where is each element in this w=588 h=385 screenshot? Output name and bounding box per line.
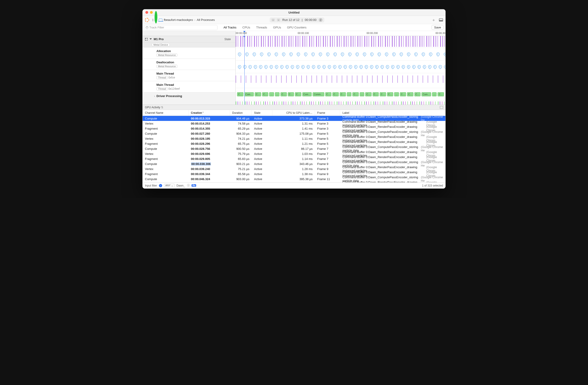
clear-filter-icon[interactable]: ⓧ	[187, 184, 190, 188]
command-block[interactable]: Com…	[244, 92, 254, 96]
minimize-icon[interactable]	[150, 11, 153, 14]
event-marker-icon[interactable]: T	[301, 64, 305, 69]
command-block[interactable]: …	[347, 92, 351, 96]
disclosure-icon[interactable]	[149, 38, 152, 41]
event-marker-icon[interactable]: T	[333, 52, 337, 57]
event-marker-icon[interactable]: T	[289, 52, 293, 57]
close-icon[interactable]	[145, 11, 148, 14]
command-block[interactable]: C…	[407, 92, 413, 96]
event-marker-icon[interactable]: T	[417, 64, 421, 69]
run-prev-button[interactable]: ‹	[272, 19, 275, 21]
event-marker-icon[interactable]: T	[362, 52, 367, 57]
event-marker-icon[interactable]: T	[274, 52, 279, 57]
command-block[interactable]: C…	[280, 92, 287, 96]
event-marker-icon[interactable]: T	[311, 52, 315, 57]
track-row[interactable]: Main ThreadThread 0x124eef	[143, 81, 235, 93]
track-filter-input[interactable]: Track Filter	[144, 25, 217, 30]
event-marker-icon[interactable]: T	[443, 52, 445, 57]
timeline-body[interactable]: TTTTTTTTTTTTTTTTTTTTTTTTTTTTTTTTTT TTTTT…	[236, 36, 445, 105]
event-marker-icon[interactable]: T	[243, 64, 247, 69]
track-row[interactable]: Main ThreadThread 0xfce	[143, 70, 235, 81]
event-marker-icon[interactable]: T	[399, 52, 403, 57]
event-marker-icon[interactable]: T	[384, 52, 389, 57]
tab-gpus[interactable]: GPUs	[273, 26, 281, 29]
track-row[interactable]: AllocationMetal Resource	[143, 47, 235, 59]
column-config-icon[interactable]	[440, 106, 443, 109]
event-marker-icon[interactable]: T	[306, 64, 311, 69]
command-block[interactable]: …	[394, 92, 399, 96]
command-block[interactable]: Com…	[421, 92, 431, 96]
col-channel[interactable]: Channel Name	[143, 110, 189, 116]
case-sensitive-toggle[interactable]: Aa	[191, 184, 196, 187]
col-label[interactable]: Label	[340, 110, 445, 116]
filter-scope-chip[interactable]: ANY ⌄	[164, 184, 175, 187]
event-marker-icon[interactable]: T	[438, 64, 443, 69]
command-block[interactable]: Com…	[302, 92, 312, 96]
event-marker-icon[interactable]: T	[245, 52, 249, 57]
event-marker-icon[interactable]: T	[327, 64, 332, 69]
event-marker-icon[interactable]: T	[303, 52, 308, 57]
event-marker-icon[interactable]: T	[348, 52, 352, 57]
event-marker-icon[interactable]: T	[340, 52, 345, 57]
tab-gpu-counters[interactable]: GPU Counters	[287, 26, 307, 29]
command-block[interactable]: C…	[288, 92, 294, 96]
command-block[interactable]: C…	[380, 92, 386, 96]
event-marker-icon[interactable]: T	[421, 52, 426, 57]
add-button[interactable]	[432, 17, 436, 23]
col-frame[interactable]: Frame	[315, 110, 340, 116]
event-marker-icon[interactable]: T	[364, 64, 369, 69]
command-block[interactable]: C…	[365, 92, 372, 96]
command-block[interactable]: C…	[438, 92, 444, 96]
command-block[interactable]: Comm…	[313, 92, 324, 96]
event-marker-icon[interactable]: T	[269, 64, 273, 69]
command-block[interactable]: …	[432, 92, 437, 96]
event-marker-icon[interactable]: T	[369, 64, 374, 69]
event-marker-icon[interactable]: T	[332, 64, 337, 69]
event-marker-icon[interactable]: T	[296, 52, 301, 57]
event-marker-icon[interactable]: T	[338, 64, 342, 69]
event-marker-icon[interactable]: T	[414, 52, 418, 57]
event-marker-icon[interactable]: T	[253, 64, 258, 69]
event-marker-icon[interactable]: T	[436, 52, 440, 57]
event-marker-icon[interactable]: T	[264, 64, 268, 69]
detail-dropdown[interactable]: GPU Activity	[145, 106, 163, 109]
command-block[interactable]: C…	[295, 92, 301, 96]
filter-mode-icon[interactable]: ⌕	[159, 184, 162, 187]
event-marker-icon[interactable]: T	[428, 52, 433, 57]
event-marker-icon[interactable]: T	[343, 64, 348, 69]
event-marker-icon[interactable]: T	[396, 64, 400, 69]
time-ruler[interactable]: 00:00.00000:00.10000:00.20000:00.300	[143, 31, 445, 36]
event-marker-icon[interactable]: T	[325, 52, 330, 57]
col-state[interactable]: State	[252, 110, 273, 116]
command-block[interactable]: C…	[400, 92, 406, 96]
event-marker-icon[interactable]: T	[258, 64, 263, 69]
event-marker-icon[interactable]: T	[237, 64, 242, 69]
table-row[interactable]: Vertex00:00.047.27875.50 µsActive1.33 ms…	[143, 181, 445, 182]
event-marker-icon[interactable]: T	[406, 64, 411, 69]
command-block[interactable]: C…	[373, 92, 379, 96]
filter-text[interactable]: Dawn_	[176, 184, 185, 187]
event-marker-icon[interactable]: T	[295, 64, 300, 69]
event-marker-icon[interactable]: T	[318, 52, 323, 57]
command-block[interactable]: C…	[262, 92, 269, 96]
col-creation[interactable]: Creation	[189, 110, 230, 116]
event-marker-icon[interactable]: T	[252, 52, 256, 57]
table-body[interactable]: Compute00:00.013.315904.46 µsActive373.3…	[143, 116, 445, 182]
event-marker-icon[interactable]: T	[322, 64, 326, 69]
event-marker-icon[interactable]: T	[433, 64, 437, 69]
command-block[interactable]: C…	[352, 92, 359, 96]
event-marker-icon[interactable]: T	[412, 64, 416, 69]
event-marker-icon[interactable]: T	[390, 64, 395, 69]
event-marker-icon[interactable]: T	[279, 64, 284, 69]
tab-all-tracks[interactable]: All Tracks	[224, 26, 236, 29]
command-block[interactable]: C…	[325, 92, 332, 96]
event-marker-icon[interactable]: T	[311, 64, 316, 69]
command-block[interactable]: C…	[414, 92, 421, 96]
command-block[interactable]: …	[360, 92, 364, 96]
event-marker-icon[interactable]: T	[259, 52, 264, 57]
tab-cpus[interactable]: CPUs	[242, 26, 250, 29]
event-marker-icon[interactable]: T	[406, 52, 411, 57]
zoom-icon[interactable]	[155, 11, 157, 24]
command-block[interactable]: …	[269, 92, 274, 96]
track-row[interactable]: DeallocationMetal Resource	[143, 59, 235, 70]
